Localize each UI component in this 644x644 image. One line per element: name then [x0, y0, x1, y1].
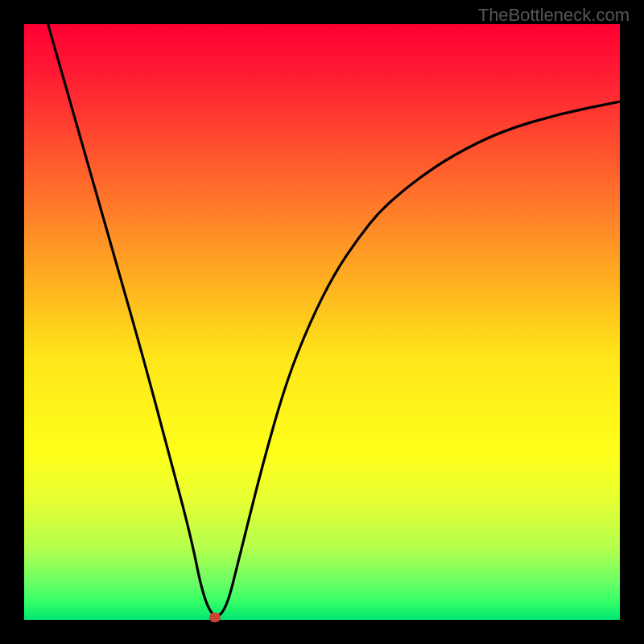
watermark-text: TheBottleneck.com — [478, 5, 630, 26]
chart-container: TheBottleneck.com — [0, 0, 644, 644]
minimum-marker — [209, 613, 221, 622]
plot-area — [24, 24, 620, 620]
bottleneck-curve — [24, 24, 620, 620]
